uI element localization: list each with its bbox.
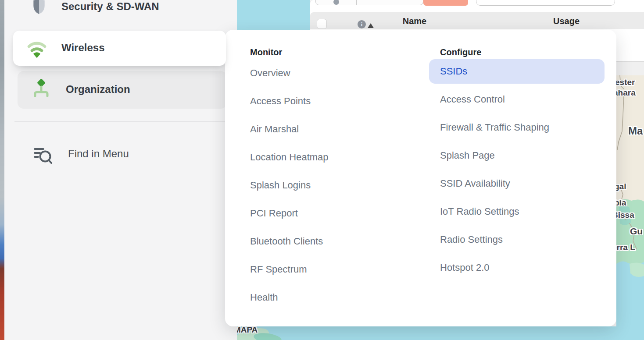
menu-item-iot-radio-settings[interactable]: IoT Radio Settings [429, 198, 605, 226]
map-terrain [616, 75, 644, 340]
sidebar-item-label: Security & SD-WAN [61, 0, 159, 13]
map-ocean-bottom[interactable]: МАРА [237, 326, 616, 340]
toolbar-dropdown-group[interactable] [315, 0, 423, 5]
map-label-western-sahara-line2: ahara [616, 88, 636, 98]
sidebar-item-find-in-menu[interactable]: Find in Menu [14, 142, 229, 166]
sidebar-item-label: Find in Menu [68, 148, 129, 160]
map-region-west-africa[interactable]: ester ahara Ma gal bia Bissa Gu erra L [616, 75, 644, 340]
flyout-configure-column: Configure SSIDs Access Control Firewall … [429, 47, 605, 282]
map-label-senegal: gal [616, 182, 626, 191]
map-ocean-left[interactable] [237, 0, 310, 30]
toolbar-divider [356, 0, 357, 5]
menu-item-access-points[interactable]: Access Points [250, 87, 395, 115]
wifi-icon [26, 38, 47, 59]
find-in-menu-icon [33, 145, 53, 165]
sidebar-divider [14, 121, 229, 122]
map-label-sierra-leone: erra L [616, 243, 635, 252]
menu-item-splash-page[interactable]: Splash Page [429, 142, 605, 170]
info-icon[interactable]: i [358, 20, 366, 28]
wireless-flyout-menu: Monitor Overview Access Points Air Marsh… [225, 30, 616, 326]
toolbar-icon [333, 0, 339, 5]
map-label-guinea: Gu [630, 226, 643, 237]
map-label-mali: Ma [628, 125, 643, 137]
shield-icon [32, 0, 46, 14]
menu-item-pci-report[interactable]: PCI Report [250, 199, 395, 227]
sidebar-item-wireless[interactable]: Wireless [13, 31, 226, 66]
map-label-western-sahara-line1: ester [616, 78, 635, 87]
meraki-dashboard: МАРА ester ahara Ma gal bia Bissa Gu err… [0, 0, 644, 340]
select-all-checkbox[interactable] [317, 19, 327, 29]
flyout-section-header: Configure [429, 47, 605, 57]
menu-item-overview[interactable]: Overview [250, 59, 395, 87]
sidebar-item-label: Organization [66, 83, 130, 96]
menu-item-splash-logins[interactable]: Splash Logins [250, 171, 395, 199]
primary-action-button[interactable] [423, 0, 468, 6]
menu-item-ssids[interactable]: SSIDs [429, 59, 605, 84]
menu-item-health[interactable]: Health [250, 283, 395, 312]
table-search-input[interactable] [476, 0, 615, 6]
menu-item-location-heatmap[interactable]: Location Heatmap [250, 143, 395, 171]
flyout-section-header: Monitor [250, 47, 395, 57]
organization-icon [32, 78, 51, 100]
menu-item-ssid-availability[interactable]: SSID Availability [429, 170, 605, 198]
menu-item-bluetooth-clients[interactable]: Bluetooth Clients [250, 227, 395, 255]
column-header-usage[interactable]: Usage [544, 16, 588, 26]
table-header-row: i Name Usage [310, 12, 644, 29]
menu-item-rf-spectrum[interactable]: RF Spectrum [250, 255, 395, 283]
map-label-gambia: bia [616, 198, 626, 208]
desktop-wallpaper-strip [0, 0, 4, 340]
menu-item-radio-settings[interactable]: Radio Settings [429, 226, 605, 254]
sidebar-item-organization[interactable]: Organization [18, 71, 227, 109]
map-label-bottom-fragment: МАРА [237, 326, 258, 335]
flyout-monitor-column: Monitor Overview Access Points Air Marsh… [250, 47, 395, 312]
map-label-guinea-bissau: Bissa [616, 210, 634, 220]
sort-ascending-icon [368, 23, 374, 28]
menu-item-access-control[interactable]: Access Control [429, 85, 605, 113]
menu-item-air-marshal[interactable]: Air Marshal [250, 115, 395, 143]
column-header-name[interactable]: Name [393, 16, 436, 26]
menu-item-firewall-traffic-shaping[interactable]: Firewall & Traffic Shaping [429, 113, 605, 142]
menu-item-hotspot-20[interactable]: Hotspot 2.0 [429, 254, 605, 282]
sidebar-item-label: Wireless [61, 42, 105, 54]
